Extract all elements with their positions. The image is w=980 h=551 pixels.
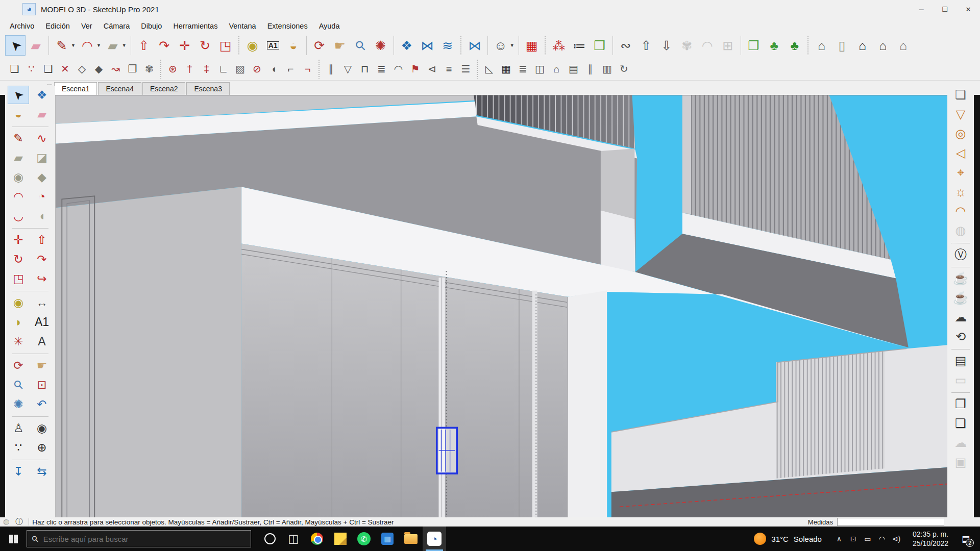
look-around-tool[interactable]: ◉ bbox=[31, 419, 53, 437]
scene-tab-escena1[interactable]: Escena1 bbox=[54, 82, 97, 95]
account-button-dropdown[interactable]: ▼ bbox=[510, 43, 514, 48]
menu-extensiones[interactable]: Extensiones bbox=[262, 20, 313, 32]
plugin-bezier-dots[interactable]: ∵ bbox=[23, 61, 40, 77]
push-pull-tool[interactable]: ⇧ bbox=[134, 35, 154, 56]
vray-batch-render[interactable]: ❏ bbox=[950, 414, 971, 433]
orbit-tool[interactable]: ⟳ bbox=[8, 356, 29, 374]
plugin-stairs-2[interactable]: ≣ bbox=[514, 61, 531, 77]
volume-icon[interactable]: ⊲) bbox=[889, 527, 903, 551]
push-pull-tool[interactable]: ⇧ bbox=[31, 231, 53, 249]
vray-cloud-batch[interactable]: ☁ bbox=[950, 434, 971, 452]
plugin-funnel[interactable]: ▽ bbox=[339, 61, 356, 77]
vray-omni-light[interactable]: ☼ bbox=[950, 183, 971, 201]
arc-tool-dropdown[interactable]: ▼ bbox=[96, 43, 101, 48]
line-tool[interactable]: ✎ bbox=[8, 129, 29, 147]
plugin-slash-circle[interactable]: ⊘ bbox=[249, 61, 265, 77]
vray-sync-render[interactable]: ⟲ bbox=[950, 328, 971, 346]
layout-button[interactable]: ▦ bbox=[522, 35, 542, 56]
grass-tool[interactable]: ✾ bbox=[677, 35, 697, 56]
scene-tab-escena2[interactable]: Escena2 bbox=[142, 82, 185, 95]
house-tool-1[interactable]: ⌂ bbox=[812, 35, 832, 56]
move-tool[interactable]: ✛ bbox=[175, 35, 195, 56]
plugin-neg-corner[interactable]: ¬ bbox=[299, 61, 316, 77]
follow-me-tool[interactable]: ↷ bbox=[31, 250, 53, 268]
position-camera-tool[interactable]: ♙ bbox=[8, 419, 29, 437]
text-tool[interactable]: A1 bbox=[31, 313, 53, 331]
scale-tool[interactable]: ◳ bbox=[8, 269, 29, 288]
app-chrome[interactable] bbox=[305, 527, 329, 551]
vray-cloud-render[interactable]: ☁ bbox=[950, 308, 971, 327]
paint-bucket-tool[interactable]: ◒ bbox=[283, 35, 304, 56]
plugin-swirl[interactable]: ↻ bbox=[616, 61, 632, 77]
arc-tool[interactable]: ◠ bbox=[77, 35, 97, 56]
tape-measure-tool[interactable]: ◉ bbox=[8, 293, 29, 312]
plugin-dome[interactable]: ◠ bbox=[390, 61, 407, 77]
notification-center[interactable]: ▤ 2 bbox=[955, 527, 976, 551]
menu-ventana[interactable]: Ventana bbox=[223, 20, 261, 32]
vray-interactive-render[interactable]: ☕ bbox=[950, 289, 971, 307]
menu-edicion[interactable]: Edición bbox=[40, 20, 76, 32]
plugin-dashed-poly[interactable]: ◇ bbox=[74, 61, 90, 77]
make-component-tool[interactable]: ❖ bbox=[31, 86, 53, 104]
vray-render[interactable]: ☕ bbox=[950, 269, 971, 288]
3d-text-tool[interactable]: A bbox=[31, 332, 53, 350]
plugin-solid-poly[interactable]: ◆ bbox=[90, 61, 107, 77]
pie-tool[interactable]: ◔ bbox=[31, 187, 53, 206]
scatter-tool[interactable]: ⁂ bbox=[549, 35, 569, 56]
zoom-window-tool[interactable]: ⊡ bbox=[31, 375, 53, 394]
freehand-tool[interactable]: ∿ bbox=[31, 129, 53, 147]
vray-viewport-render[interactable]: ▭ bbox=[950, 371, 971, 389]
rectangle-tool-dropdown[interactable]: ▼ bbox=[122, 43, 127, 48]
walk-tool[interactable]: ∵ bbox=[8, 438, 29, 457]
plugin-open-box[interactable]: ❒ bbox=[124, 61, 141, 77]
rotate-tool[interactable]: ↻ bbox=[8, 250, 29, 268]
menu-herramientas[interactable]: Herramientas bbox=[167, 20, 223, 32]
app-taskview[interactable]: ◫ bbox=[282, 527, 305, 551]
move-tool[interactable]: ✛ bbox=[8, 231, 29, 249]
vray-light-gen[interactable]: ▽ bbox=[950, 105, 971, 123]
vray-ies-light[interactable]: ⌖ bbox=[950, 163, 971, 182]
start-button[interactable] bbox=[0, 527, 27, 551]
outliner-button[interactable]: ≔ bbox=[569, 35, 590, 56]
circle-tool[interactable]: ◉ bbox=[8, 168, 29, 186]
plugin-hatch[interactable]: ▨ bbox=[232, 61, 249, 77]
plugin-louvers[interactable]: ▤ bbox=[565, 61, 582, 77]
vray-asset-editor[interactable]: ❏ bbox=[950, 86, 971, 104]
eraser-tool[interactable]: ▰ bbox=[26, 35, 46, 56]
zoom-tool[interactable]: ⚲ bbox=[350, 35, 371, 56]
info-icon[interactable]: ⓘ bbox=[15, 517, 22, 525]
plugin-parallel[interactable]: ∥ bbox=[323, 61, 339, 77]
bezier-curve-tool[interactable]: ∾ bbox=[616, 35, 636, 56]
plugin-horn[interactable]: ⊲ bbox=[424, 61, 440, 77]
app-calculator[interactable]: ▦ bbox=[376, 527, 399, 551]
plugin-corner[interactable]: ∟ bbox=[215, 61, 232, 77]
trimble-share[interactable]: ⋈ bbox=[464, 35, 485, 56]
vray-logo[interactable]: Ⓥ bbox=[950, 245, 971, 264]
taskbar-search[interactable]: ⚲ bbox=[27, 530, 251, 547]
axes-tool[interactable]: ✳ bbox=[8, 332, 29, 350]
plugin-mesh-node[interactable]: ⊛ bbox=[164, 61, 181, 77]
polygon-tool[interactable]: ◆ bbox=[31, 168, 53, 186]
tree-survey-tool[interactable]: ♣ bbox=[764, 35, 785, 56]
trimble-connect[interactable]: ❖ bbox=[397, 35, 417, 56]
rotate-tool[interactable]: ↻ bbox=[195, 35, 215, 56]
plugin-window[interactable]: ◫ bbox=[531, 61, 548, 77]
wifi-icon[interactable]: ◠ bbox=[875, 527, 889, 551]
vray-sphere-light[interactable]: ◠ bbox=[950, 202, 971, 220]
rectangle-tool[interactable]: ▰ bbox=[8, 148, 29, 167]
house-tool-4[interactable]: ⌂ bbox=[893, 35, 914, 56]
section-compass-tool[interactable]: ⊕ bbox=[31, 438, 53, 457]
shell-tool[interactable]: ◠ bbox=[697, 35, 718, 56]
rectangle-tool[interactable]: ▰ bbox=[103, 35, 123, 56]
plugin-stairs[interactable]: ≡ bbox=[440, 61, 457, 77]
vray-lock[interactable]: ▣ bbox=[950, 453, 971, 471]
app-sketchup[interactable]: ◔ bbox=[423, 527, 446, 551]
app-sticky[interactable] bbox=[329, 527, 352, 551]
download-model[interactable]: ⇩ bbox=[656, 35, 677, 56]
selected-entity[interactable] bbox=[437, 428, 457, 473]
pan-tool[interactable]: ☛ bbox=[31, 356, 53, 374]
vray-dome-light[interactable]: ◎ bbox=[950, 124, 971, 143]
plugin-angle[interactable]: ⌐ bbox=[282, 61, 299, 77]
follow-me-tool[interactable]: ↷ bbox=[154, 35, 175, 56]
arc-2pt-tool[interactable]: ◠ bbox=[8, 187, 29, 206]
